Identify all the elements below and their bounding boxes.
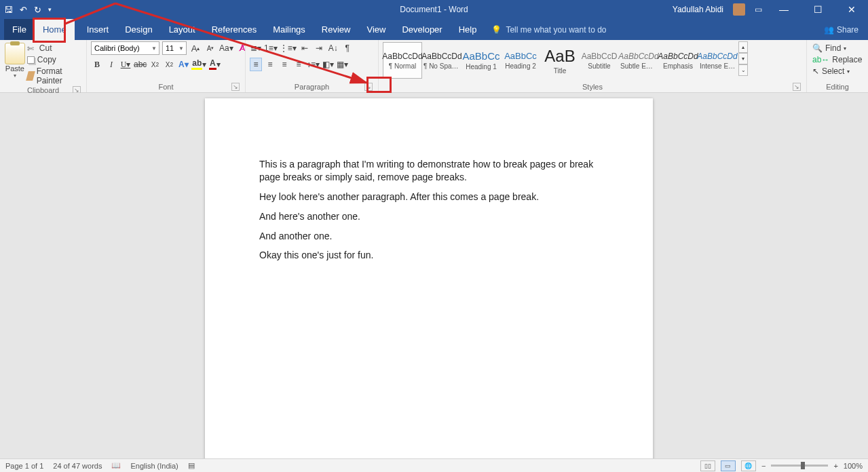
zoom-out-button[interactable]: −	[761, 462, 766, 470]
cut-button[interactable]: ✄Cut	[26, 43, 82, 54]
copy-button[interactable]: Copy	[26, 54, 82, 65]
styles-launcher[interactable]: ↘	[793, 83, 801, 91]
page[interactable]: This is a paragraph that I'm writing to …	[205, 98, 653, 458]
styles-down-button[interactable]: ▾	[738, 53, 748, 64]
macro-icon[interactable]: ▤	[188, 461, 195, 470]
align-left-button[interactable]: ≡	[250, 58, 262, 71]
decrease-indent-button[interactable]: ⇤	[299, 41, 311, 55]
underline-button[interactable]: U▾	[119, 58, 132, 71]
italic-button[interactable]: I	[105, 58, 117, 71]
increase-indent-button[interactable]: ⇥	[313, 41, 325, 55]
display-options-icon[interactable]: ▭	[755, 5, 762, 14]
style--normal[interactable]: AaBbCcDd¶ Normal	[383, 42, 422, 79]
multilevel-button[interactable]: ⋮≡▾	[280, 41, 297, 55]
save-icon[interactable]: 🖫	[4, 5, 13, 15]
tab-file[interactable]: File	[4, 19, 35, 40]
font-name-input[interactable]	[92, 42, 149, 54]
borders-button[interactable]: ▦▾	[336, 58, 348, 71]
align-center-button[interactable]: ≡	[264, 58, 276, 71]
tab-design[interactable]: Design	[117, 19, 160, 40]
paragraph-5[interactable]: Okay this one's just for fun.	[259, 249, 599, 262]
tab-home[interactable]: Home	[35, 19, 75, 40]
document-workspace[interactable]: This is a paragraph that I'm writing to …	[0, 93, 868, 458]
undo-icon[interactable]: ↶	[20, 5, 27, 15]
bullets-button[interactable]: ≣▾	[250, 41, 262, 55]
close-button[interactable]: ✕	[839, 4, 864, 15]
zoom-slider[interactable]	[771, 465, 828, 467]
group-font: ▼ ▼ A▴ A▾ Aa▾ A̸ B I U▾ abc X2 X2 A▾ ab▾…	[87, 40, 246, 92]
zoom-in-button[interactable]: +	[833, 462, 837, 470]
font-launcher[interactable]: ↘	[231, 83, 240, 91]
line-spacing-button[interactable]: ↕≡▾	[307, 58, 320, 71]
style--no-spac-[interactable]: AaBbCcDd¶ No Spac…	[422, 42, 461, 79]
paragraph-2[interactable]: Hey look here's another paragraph. After…	[259, 191, 599, 203]
show-marks-button[interactable]: ¶	[341, 41, 354, 55]
justify-button[interactable]: ≡	[293, 58, 305, 71]
account-name[interactable]: Yadullah Abidi	[673, 5, 723, 14]
font-size-combo[interactable]: ▼	[162, 41, 187, 55]
tab-mailings[interactable]: Mailings	[265, 19, 314, 40]
bold-button[interactable]: B	[91, 58, 103, 71]
paragraph-launcher[interactable]: ↘	[364, 83, 373, 91]
shrink-font-button[interactable]: A▾	[204, 41, 216, 55]
language-status[interactable]: English (India)	[130, 462, 178, 470]
find-button[interactable]: 🔍Find▾	[811, 43, 863, 54]
paragraph-3[interactable]: And here's another one.	[259, 210, 599, 223]
read-mode-button[interactable]: ▯▯	[700, 460, 715, 471]
tab-layout[interactable]: Layout	[161, 19, 204, 40]
avatar[interactable]	[733, 3, 745, 16]
tab-review[interactable]: Review	[314, 19, 359, 40]
styles-up-button[interactable]: ▴	[738, 41, 748, 53]
subscript-button[interactable]: X2	[149, 58, 161, 71]
grow-font-button[interactable]: A▴	[189, 41, 202, 55]
numbering-button[interactable]: 1≡▾	[264, 41, 278, 55]
align-right-button[interactable]: ≡	[278, 58, 290, 71]
change-case-button[interactable]: Aa▾	[219, 41, 233, 55]
highlight-button[interactable]: ab▾	[191, 58, 206, 71]
print-layout-button[interactable]: ▭	[721, 460, 736, 471]
paste-button[interactable]: Paste ▾	[4, 41, 26, 79]
superscript-button[interactable]: X2	[163, 58, 175, 71]
page-status[interactable]: Page 1 of 1	[5, 462, 43, 470]
tab-developer[interactable]: Developer	[394, 19, 450, 40]
select-button[interactable]: ↖Select▾	[811, 66, 863, 77]
qat-customize-icon[interactable]: ▾	[48, 6, 52, 13]
format-painter-button[interactable]: Format Painter	[26, 66, 82, 86]
font-name-combo[interactable]: ▼	[91, 41, 159, 55]
style-emphasis[interactable]: AaBbCcDdEmphasis	[658, 42, 698, 79]
style-title[interactable]: AaBTitle	[540, 42, 580, 79]
style-subtitle[interactable]: AaBbCcDSubtitle	[580, 42, 619, 79]
share-button[interactable]: 👥 Share	[824, 19, 858, 40]
style-subtle-em-[interactable]: AaBbCcDdSubtle Em…	[619, 42, 658, 79]
zoom-level[interactable]: 100%	[844, 462, 863, 470]
paragraph-1[interactable]: This is a paragraph that I'm writing to …	[259, 158, 599, 184]
paragraph-4[interactable]: And another one.	[259, 230, 599, 243]
strikethrough-button[interactable]: abc	[134, 58, 147, 71]
spellcheck-icon[interactable]: 📖	[111, 461, 121, 470]
zoom-thumb[interactable]	[801, 462, 805, 469]
styles-gallery[interactable]: AaBbCcDd¶ NormalAaBbCcDd¶ No Spac…AaBbCc…	[383, 41, 737, 79]
tab-help[interactable]: Help	[451, 19, 485, 40]
redo-icon[interactable]: ↻	[34, 5, 41, 15]
text-effects-button[interactable]: A▾	[177, 58, 189, 71]
styles-more-button[interactable]: ⌄	[738, 64, 748, 76]
word-count[interactable]: 24 of 47 words	[53, 462, 102, 470]
maximize-button[interactable]: ☐	[806, 4, 830, 15]
tell-me-search[interactable]: 💡 Tell me what you want to do	[491, 19, 606, 40]
minimize-button[interactable]: —	[772, 4, 796, 15]
web-layout-button[interactable]: 🌐	[741, 460, 756, 471]
style-intense-e-[interactable]: AaBbCcDdIntense E…	[698, 42, 737, 79]
replace-icon: ab↔	[812, 55, 829, 64]
tab-insert[interactable]: Insert	[79, 19, 117, 40]
font-size-input[interactable]	[163, 42, 176, 54]
style-heading-2[interactable]: AaBbCcHeading 2	[501, 42, 540, 79]
chevron-down-icon[interactable]: ▼	[176, 45, 186, 52]
tab-references[interactable]: References	[204, 19, 265, 40]
font-color-button[interactable]: A▾	[208, 58, 221, 71]
tab-view[interactable]: View	[358, 19, 394, 40]
sort-button[interactable]: A↓	[327, 41, 339, 55]
shading-button[interactable]: ◧▾	[322, 58, 334, 71]
chevron-down-icon[interactable]: ▼	[149, 45, 159, 52]
style-heading-1[interactable]: AaBbCcHeading 1	[461, 42, 501, 79]
replace-button[interactable]: ab↔Replace	[811, 54, 863, 65]
